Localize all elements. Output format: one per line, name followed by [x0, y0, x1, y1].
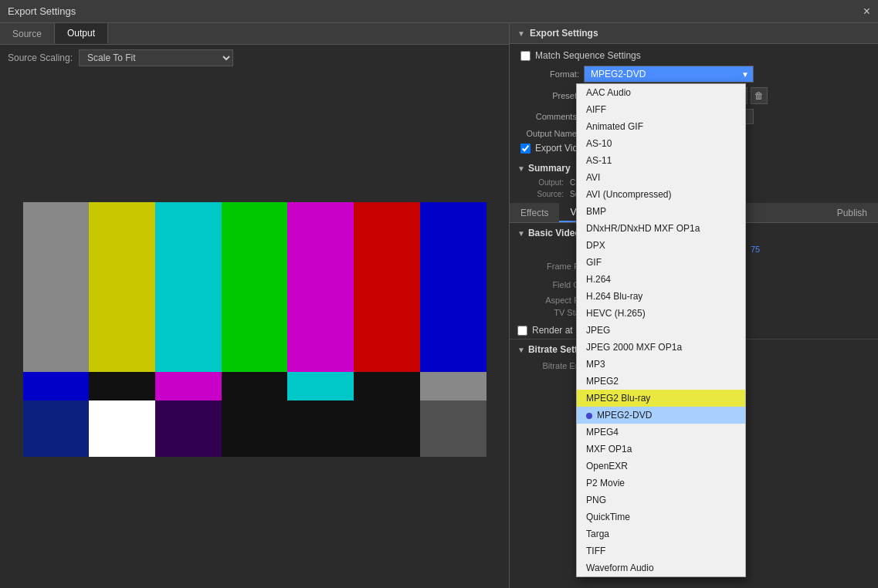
preset-label: Preset:	[517, 91, 579, 100]
match-sequence-label: Match Sequence Settings	[535, 50, 641, 61]
basic-video-arrow: ▼	[517, 229, 525, 238]
format-dropdown: AAC AudioAIFFAnimated GIFAS-10AS-11AVIAV…	[576, 83, 746, 577]
dropdown-item-mpeg2br[interactable]: MPEG2 Blu-ray	[577, 390, 745, 407]
dropdown-item-h264[interactable]: H.264	[577, 271, 745, 288]
dropdown-item-openexr[interactable]: OpenEXR	[577, 458, 745, 475]
dropdown-item-p2movie[interactable]: P2 Movie	[577, 475, 745, 492]
left-tabs: Source Output	[0, 23, 509, 45]
title-bar: Export Settings ×	[0, 0, 878, 23]
format-select[interactable]: MPEG2-DVD	[584, 66, 754, 83]
summary-title: Summary	[528, 163, 571, 174]
match-sequence-row: Match Sequence Settings	[517, 50, 870, 61]
export-settings-header: ▼ Export Settings	[510, 23, 878, 44]
quality-value: 75	[751, 245, 760, 254]
comments-label: Comments:	[517, 112, 579, 121]
color-bars	[23, 202, 486, 457]
dropdown-item-avi[interactable]: AVI	[577, 169, 745, 186]
dropdown-item-gif[interactable]: GIF	[577, 254, 745, 271]
dropdown-item-jpeg2000[interactable]: JPEG 2000 MXF OP1a	[577, 339, 745, 356]
dropdown-item-qt[interactable]: QuickTime	[577, 509, 745, 525]
summary-output-label: Output:	[525, 177, 564, 188]
summary-arrow: ▼	[517, 164, 525, 173]
match-sequence-checkbox[interactable]	[520, 51, 531, 61]
preset-delete-btn[interactable]: 🗑	[751, 87, 768, 104]
dropdown-item-aiff[interactable]: AIFF	[577, 101, 745, 118]
dropdown-item-h264br[interactable]: H.264 Blu-ray	[577, 288, 745, 305]
bars-mid	[23, 372, 486, 400]
dropdown-item-mxfop1a[interactable]: MXF OP1a	[577, 441, 745, 458]
dropdown-item-dpx[interactable]: DPX	[577, 237, 745, 254]
render-at-checkbox[interactable]	[517, 326, 527, 336]
left-panel: Source Output Source Scaling: Scale To F…	[0, 23, 510, 588]
dropdown-item-animgif[interactable]: Animated GIF	[577, 118, 745, 135]
dropdown-item-targa[interactable]: Targa	[577, 525, 745, 542]
preview-area	[0, 71, 509, 588]
close-button[interactable]: ×	[863, 5, 870, 18]
dropdown-item-mp3[interactable]: MP3	[577, 356, 745, 373]
bars-top	[23, 202, 486, 372]
dropdown-item-tiff[interactable]: TIFF	[577, 542, 745, 559]
tab-effects[interactable]: Effects	[510, 203, 559, 222]
bars-bottom	[23, 400, 486, 457]
source-scaling-label: Source Scaling:	[8, 52, 73, 63]
bitrate-arrow: ▼	[517, 346, 525, 354]
format-label: Format:	[517, 69, 579, 79]
tab-output[interactable]: Output	[55, 23, 108, 44]
dropdown-item-aac[interactable]: AAC Audio	[577, 84, 745, 101]
dropdown-item-hevc[interactable]: HEVC (H.265)	[577, 305, 745, 322]
export-video-checkbox[interactable]	[520, 144, 531, 154]
dropdown-item-dnxhr[interactable]: DNxHR/DNxHD MXF OP1a	[577, 220, 745, 237]
export-settings-title: Export Settings	[530, 28, 598, 39]
dropdown-item-waveform[interactable]: Waveform Audio	[577, 559, 745, 576]
dropdown-item-as11[interactable]: AS-11	[577, 152, 745, 169]
dropdown-item-mpeg2[interactable]: MPEG2	[577, 373, 745, 390]
output-name-label: Output Name:	[517, 129, 579, 138]
dropdown-item-as10[interactable]: AS-10	[577, 135, 745, 152]
source-scaling-row: Source Scaling: Scale To Fit Scale To Fi…	[0, 45, 509, 71]
dropdown-item-jpeg[interactable]: JPEG	[577, 322, 745, 339]
source-scaling-select[interactable]: Scale To Fit Scale To Fill Stretch To Fi…	[79, 49, 233, 66]
dropdown-item-bmp[interactable]: BMP	[577, 203, 745, 220]
dropdown-item-mpeg2dvd[interactable]: MPEG2-DVD	[577, 407, 745, 424]
dropdown-item-aviunc[interactable]: AVI (Uncompressed)	[577, 186, 745, 203]
export-settings-arrow: ▼	[517, 29, 525, 38]
summary-source-label: Source:	[525, 188, 564, 200]
dropdown-item-mpeg4[interactable]: MPEG4	[577, 424, 745, 441]
tab-source[interactable]: Source	[0, 23, 55, 44]
dropdown-item-png[interactable]: PNG	[577, 492, 745, 509]
format-row: Format: MPEG2-DVD ▼	[517, 66, 870, 83]
format-select-container: MPEG2-DVD ▼	[584, 66, 754, 83]
dialog-title: Export Settings	[8, 5, 76, 17]
right-panel: ▼ Export Settings Match Sequence Setting…	[510, 23, 878, 588]
tab-publish[interactable]: Publish	[826, 203, 878, 222]
